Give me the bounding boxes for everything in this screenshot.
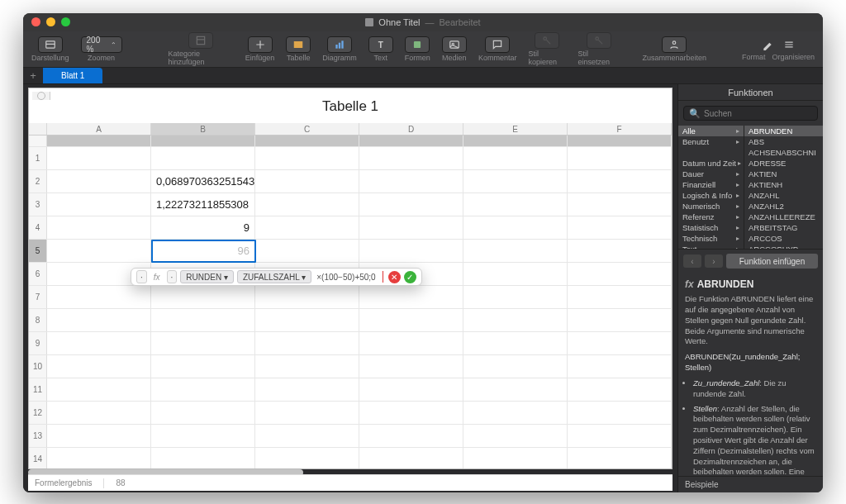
media-button[interactable] [442,36,467,53]
token-runden[interactable]: RUNDEN ▾ [180,270,234,283]
cat-numerisch[interactable]: Numerisch▸ [678,201,744,212]
zoom-icon[interactable] [61,17,70,26]
svg-rect-6 [294,41,303,48]
shape-group: Formen [405,36,430,62]
text-button[interactable]: T [368,36,393,53]
col-E[interactable]: E [463,123,568,135]
fn-abs[interactable]: ABS [744,136,823,147]
insert-button[interactable] [248,36,273,53]
svg-rect-8 [339,43,340,49]
format-button[interactable] [760,38,775,51]
fn-anzahlleer[interactable]: ANZAHLLEEREZE [744,212,823,222]
formula-editor[interactable]: · fx · RUNDEN ▾ ZUFALLSZAHL ▾ ×(100−50)+… [131,268,422,286]
token-zufallszahl[interactable]: ZUFALLSZAHL ▾ [237,270,311,283]
zoom-select[interactable]: 200 %⌃ [81,36,122,53]
formula-size-toggle[interactable]: · [136,270,147,283]
fn-arbeitstag[interactable]: ARBEITSTAG [744,222,823,233]
comment-label: Kommentar [478,54,517,62]
cat-statistisch[interactable]: Statistisch▸ [678,222,744,233]
fn-abrunden[interactable]: ABRUNDEN [744,126,823,136]
edited-label: Bearbeitet [439,17,480,27]
cat-alle[interactable]: Alle▸ [678,126,744,136]
cell-B2[interactable]: 0,068970363251543 [151,170,255,193]
fn-achsen[interactable]: ACHSENABSCHNI [744,147,823,158]
view-label: Darstellung [31,54,69,62]
rowhead-4[interactable]: 4 [29,216,47,239]
cell-B3[interactable]: 1,22273211855308 [151,193,255,216]
rowhead-5[interactable]: 5 [29,240,47,262]
desc-arg-a: Zu_rundende_Zahl: Die zu rundende Zahl. [693,378,816,400]
pager: ‹ › Funktion einfügen [678,250,823,273]
rowhead-3[interactable]: 3 [29,193,47,216]
nav-prev[interactable]: ‹ [683,254,701,268]
col-C[interactable]: C [255,123,359,135]
organize-button[interactable] [782,38,796,51]
fn-anzahl[interactable]: ANZAHL [744,190,823,201]
cat-datum[interactable]: Datum und Zeit▸ [678,158,744,169]
insert-function-button[interactable]: Funktion einfügen [726,254,818,269]
cat-logisch[interactable]: Logisch & Info▸ [678,190,744,201]
nav-next[interactable]: › [705,254,723,268]
cat-text[interactable]: Text▸ [678,244,744,249]
organize-label: Organisieren [772,53,815,61]
cat-finanziell[interactable]: Finanziell▸ [678,179,744,190]
formula-cancel-button[interactable]: ✕ [388,271,401,283]
view-group: Darstellung [31,36,69,62]
rowhead-1[interactable]: 1 [29,147,47,169]
view-button[interactable] [38,36,63,53]
row-9: 9 [29,332,672,355]
desc-footer: Beispiele [678,476,823,492]
rowhead-11[interactable]: 11 [29,378,47,401]
cat-blank [678,147,744,158]
cat-benutzt[interactable]: Benutzt▸ [678,136,744,147]
copystyle-button [535,32,559,49]
formula-accept-button[interactable]: ✓ [404,271,416,283]
cell-B4[interactable]: 9 [151,216,255,239]
fn-arccoshyp[interactable]: ARCCOSHYP [744,244,823,249]
rowhead-13[interactable]: 13 [29,425,47,447]
formula-tail[interactable]: ×(100−50)+50;0 [315,273,377,282]
fn-aktien[interactable]: AKTIEN [744,169,823,179]
rowhead-12[interactable]: 12 [29,402,47,424]
cat-dauer[interactable]: Dauer▸ [678,169,744,179]
svg-point-15 [673,41,677,45]
rowhead-14[interactable]: 14 [29,448,47,469]
shape-button[interactable] [405,36,430,53]
column-headers: A B C D E F [29,123,672,136]
cat-technisch[interactable]: Technisch▸ [678,233,744,244]
category-list[interactable]: Alle▸ Benutzt▸ Datum und Zeit▸ Dauer▸ Fi… [678,126,744,249]
sheet-tab[interactable]: Blatt 1 [43,68,102,83]
rowhead-6[interactable]: 6 [29,263,47,285]
table-button[interactable] [286,36,311,53]
close-icon[interactable] [31,17,40,26]
rowhead-7[interactable]: 7 [29,286,47,308]
chart-button[interactable] [327,36,352,53]
comment-button[interactable] [485,36,510,53]
rowhead-8[interactable]: 8 [29,309,47,331]
function-list[interactable]: ABRUNDEN ABS ACHSENABSCHNI ADRESSE AKTIE… [744,126,823,249]
cat-referenz[interactable]: Referenz▸ [678,212,744,222]
rowhead-9[interactable]: 9 [29,332,47,354]
table-corner[interactable] [32,92,50,100]
cell-B5[interactable]: 96 [151,240,255,262]
fn-adresse[interactable]: ADRESSE [744,158,823,169]
pastestyle-label: Stil einsetzen [578,50,620,66]
table-title[interactable]: Tabelle 1 [29,88,672,123]
formula-dropdown[interactable]: · [167,270,178,283]
fn-arccos[interactable]: ARCCOS [744,233,823,244]
search-input[interactable]: 🔍 Suchen [683,106,818,121]
caret [383,271,383,283]
col-A[interactable]: A [47,123,151,135]
col-F[interactable]: F [568,123,672,135]
table-group: Tabelle [286,36,311,62]
rowhead-2[interactable]: 2 [29,170,47,193]
insert-label: Einfügen [245,54,275,62]
col-D[interactable]: D [359,123,463,135]
collaborate-button[interactable] [662,36,687,53]
fn-anzahl2[interactable]: ANZAHL2 [744,201,823,212]
add-sheet-button[interactable]: + [23,68,43,83]
minimize-icon[interactable] [46,17,55,26]
col-B[interactable]: B [151,123,255,135]
rowhead-10[interactable]: 10 [29,355,47,378]
fn-aktienh[interactable]: AKTIENH [744,179,823,190]
